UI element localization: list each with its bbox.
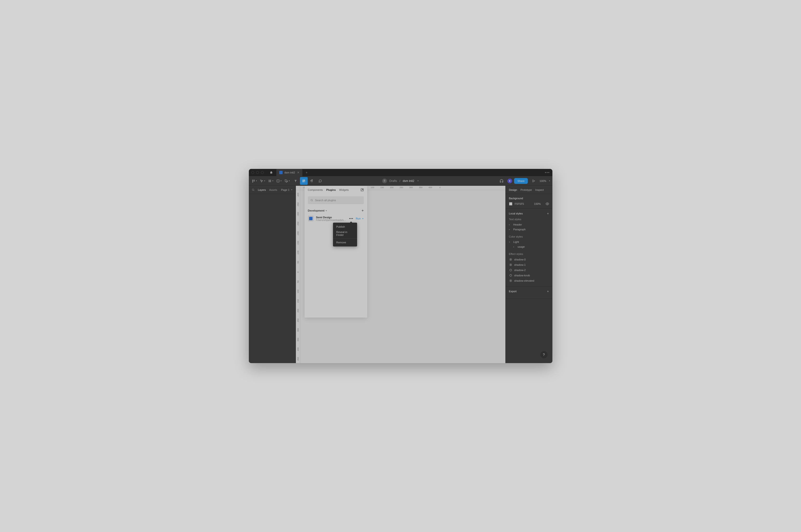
share-button[interactable]: Share bbox=[514, 178, 528, 184]
style-name: Light bbox=[513, 241, 519, 243]
titlebar-more-button[interactable]: ••• bbox=[545, 171, 550, 174]
plugin-more-button[interactable]: ••• bbox=[349, 216, 353, 221]
ctx-remove[interactable]: Remove bbox=[333, 239, 357, 245]
chevron-right-icon: ▸ bbox=[509, 224, 511, 226]
hand-tool[interactable] bbox=[308, 177, 316, 185]
plugins-tab[interactable]: Plugins bbox=[326, 188, 336, 191]
eye-icon[interactable] bbox=[546, 202, 549, 206]
breadcrumb-drafts[interactable]: Drafts bbox=[389, 179, 397, 183]
frame-tool[interactable]: ▼ bbox=[267, 177, 275, 185]
effect-icon bbox=[509, 274, 512, 277]
text-styles-label: Text styles bbox=[509, 218, 549, 221]
svg-rect-4 bbox=[252, 182, 253, 183]
chevron-down-icon: ▼ bbox=[288, 180, 290, 182]
file-title-center: B Drafts / dsm init2 ▼ bbox=[382, 178, 419, 183]
text-style-paragraph[interactable]: ▸Paragraph bbox=[509, 227, 549, 232]
ctx-publish[interactable]: Publish bbox=[333, 224, 357, 229]
layers-tab[interactable]: Layers bbox=[258, 188, 266, 191]
collab-badge[interactable] bbox=[507, 178, 512, 183]
effect-style-item[interactable]: shadow-1 bbox=[509, 262, 549, 267]
effect-style-item[interactable]: shadow-0 bbox=[509, 257, 549, 262]
text-style-header[interactable]: ▸Header bbox=[509, 222, 549, 227]
audio-button[interactable] bbox=[498, 177, 505, 185]
bg-hex[interactable]: F5F5F5 bbox=[515, 203, 524, 205]
inspect-tab[interactable]: Inspect bbox=[535, 188, 544, 191]
effect-style-item[interactable]: shadow-2 bbox=[509, 267, 549, 273]
style-name: shadow-2 bbox=[514, 269, 526, 271]
plugin-search[interactable]: Search all plugins bbox=[308, 196, 364, 204]
add-style-button[interactable]: + bbox=[547, 212, 549, 215]
close-window[interactable] bbox=[251, 171, 254, 174]
svg-rect-8 bbox=[302, 181, 304, 182]
left-panel: Layers Assets Page 1 ▼ bbox=[249, 186, 296, 363]
svg-point-14 bbox=[510, 259, 511, 260]
text-tool[interactable] bbox=[292, 177, 299, 185]
present-button[interactable] bbox=[530, 177, 538, 185]
color-style-light[interactable]: ▾Light bbox=[509, 240, 549, 244]
ruler-tick: 200 bbox=[387, 186, 397, 190]
chevron-down-icon[interactable]: ▼ bbox=[417, 180, 419, 182]
bg-swatch[interactable] bbox=[509, 202, 512, 206]
chevron-down-icon: ▾ bbox=[509, 241, 511, 243]
development-section-header[interactable]: Development ▼ + bbox=[305, 207, 367, 215]
svg-point-16 bbox=[509, 269, 511, 271]
svg-point-18 bbox=[510, 280, 511, 281]
ruler-tick: 300 bbox=[406, 186, 416, 190]
resources-expand-icon[interactable] bbox=[361, 188, 364, 192]
canvas[interactable]: -250-200-150-100-50050100150200250300350… bbox=[296, 186, 505, 363]
main-menu-button[interactable]: ▼ bbox=[251, 177, 258, 185]
ruler-tick: 4 bbox=[435, 186, 445, 190]
close-tab-icon[interactable]: ✕ bbox=[297, 171, 299, 174]
ruler-tick: -50 bbox=[296, 258, 300, 267]
file-tab[interactable]: dsm init2 ✕ bbox=[276, 169, 302, 176]
bg-opacity[interactable]: 100% bbox=[534, 203, 541, 205]
zoom-level[interactable]: 100% bbox=[540, 179, 546, 183]
ruler-corner bbox=[296, 186, 300, 190]
page-selector[interactable]: Page 1 ▼ bbox=[281, 188, 293, 191]
plugin-run-button[interactable]: Run ▼ bbox=[356, 217, 364, 220]
style-name: usage bbox=[518, 245, 525, 248]
minimize-window[interactable] bbox=[256, 171, 259, 174]
ruler-tick: 250 bbox=[296, 316, 300, 325]
maximize-window[interactable] bbox=[261, 171, 264, 174]
page-label: Page 1 bbox=[281, 188, 290, 191]
svg-point-12 bbox=[311, 199, 312, 201]
effect-style-item[interactable]: shadow-elevated bbox=[509, 278, 549, 283]
pen-tool[interactable]: ▼ bbox=[284, 177, 291, 185]
svg-rect-1 bbox=[254, 179, 255, 180]
collab-icon bbox=[509, 180, 511, 182]
plugin-path: /Users/shijia/Downloads/se… bbox=[316, 219, 347, 222]
user-avatar[interactable]: B bbox=[382, 178, 387, 183]
effect-style-item[interactable]: shadow-knob bbox=[509, 273, 549, 278]
help-button[interactable]: ? bbox=[540, 351, 548, 358]
style-name: shadow-1 bbox=[514, 263, 526, 266]
prototype-tab[interactable]: Prototype bbox=[521, 188, 532, 191]
search-icon[interactable] bbox=[252, 188, 255, 191]
main: Layers Assets Page 1 ▼ -250-200-150-100-… bbox=[249, 186, 552, 363]
add-tab-button[interactable]: + bbox=[304, 171, 310, 174]
background-row[interactable]: F5F5F5 100% bbox=[509, 202, 549, 206]
svg-rect-7 bbox=[304, 179, 305, 181]
move-tool[interactable]: ▼ bbox=[259, 177, 267, 185]
chevron-down-icon[interactable]: ▼ bbox=[549, 180, 550, 182]
widgets-tab[interactable]: Widgets bbox=[339, 188, 349, 191]
resources-tabs: Components Plugins Widgets bbox=[305, 186, 367, 194]
resources-tool[interactable] bbox=[300, 177, 308, 185]
components-tab[interactable]: Components bbox=[308, 188, 323, 191]
ruler-tick: -150 bbox=[296, 238, 300, 248]
plugin-row[interactable]: Semi Design /Users/shijia/Downloads/se… … bbox=[305, 215, 367, 222]
cursor-icon bbox=[260, 179, 263, 183]
assets-tab[interactable]: Assets bbox=[269, 188, 277, 191]
comment-tool[interactable] bbox=[316, 177, 324, 185]
add-export-button[interactable]: + bbox=[547, 289, 549, 293]
hand-icon bbox=[310, 179, 314, 183]
shape-tool[interactable]: ▼ bbox=[275, 177, 283, 185]
ruler-tick: -100 bbox=[296, 248, 300, 258]
add-plugin-button[interactable]: + bbox=[361, 208, 364, 213]
ruler-tick: 450 bbox=[296, 354, 300, 363]
color-style-usage[interactable]: ▸usage bbox=[509, 244, 549, 249]
design-tab[interactable]: Design bbox=[509, 188, 517, 191]
home-button[interactable] bbox=[268, 169, 275, 176]
breadcrumb-file[interactable]: dsm init2 bbox=[403, 179, 414, 183]
ctx-reveal-in-finder[interactable]: Reveal in Finder bbox=[333, 229, 357, 238]
